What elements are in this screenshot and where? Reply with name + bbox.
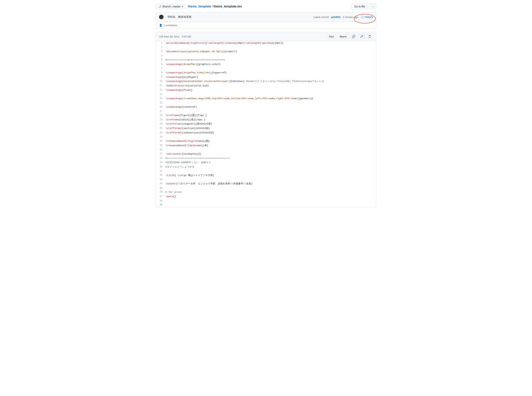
- line-number: 12: [156, 88, 166, 93]
- history-circle-container: 🕐 History: [360, 16, 373, 18]
- line-number: 5: [156, 58, 166, 62]
- table-row: 17: [156, 109, 376, 113]
- line-number: 3: [156, 49, 166, 54]
- contributor-bar: 👤 1 contributor: [156, 22, 376, 29]
- table-row: 37\date{}: [156, 195, 376, 199]
- line-number: 10: [156, 79, 166, 84]
- table-row: 13: [156, 93, 376, 97]
- line-code: \documentclass[uplatex,a4paper,10.5pt]{j…: [166, 49, 376, 54]
- repo-link[interactable]: thesis_template: [188, 5, 211, 8]
- line-number: 25: [156, 144, 166, 148]
- line-code: \providecommand{\tightlist}{\setlength{\…: [166, 41, 376, 46]
- copy-raw-button[interactable]: [350, 34, 357, 39]
- table-row: 29%目安15000-20000字くらい 頑張ろう: [156, 161, 376, 165]
- latest-commit-label: Latest commit: [313, 16, 329, 18]
- line-code: [166, 67, 376, 71]
- line-number: 20: [156, 122, 166, 126]
- line-code: \usepackage[dvipdfmx,hidelinks]{hyperref…: [166, 71, 376, 75]
- file-header: 129 lines (91 sloc) 4.97 KB Raw Blame: [156, 32, 376, 41]
- line-code: \setcounter{tocdepth}{2}: [166, 152, 376, 156]
- line-code: \addbibresource{sotsuron.bib}: [166, 84, 376, 88]
- line-code: [166, 148, 376, 152]
- table-row: 12\usepackage{float}: [156, 88, 376, 93]
- line-number: 33: [156, 178, 166, 182]
- file-size: 4.97 KB: [182, 35, 191, 38]
- line-number: 28: [156, 156, 166, 161]
- more-options-button[interactable]: ···: [370, 4, 376, 9]
- go-to-file-button[interactable]: Go to file: [351, 4, 368, 9]
- line-number: 11: [156, 84, 166, 88]
- branch-selector[interactable]: ⎇ Branch: master ▾: [156, 4, 186, 9]
- table-row: 27\setcounter{tocdepth}{2}: [156, 152, 376, 156]
- line-number: 21: [156, 126, 166, 131]
- line-code: %==============pre======================: [166, 58, 376, 62]
- code-table: LineCode 1\providecommand{\tightlist}{\s…: [156, 41, 376, 207]
- line-code: \usepackage{float}: [166, 88, 376, 93]
- file-viewer: 129 lines (91 sloc) 4.97 KB Raw Blame: [156, 32, 376, 207]
- delete-button[interactable]: [366, 34, 373, 39]
- line-number: 15: [156, 101, 166, 105]
- line-code: [166, 93, 376, 97]
- line-code: %目安15000-20000字くらい 頑張ろう: [166, 161, 376, 165]
- table-row: 21\crefformat{section}{#2#1#3節}: [156, 126, 376, 131]
- file-info: 129 lines (91 sloc) 4.97 KB: [159, 35, 191, 38]
- avatar: [159, 15, 164, 19]
- blame-button[interactable]: Blame: [338, 34, 349, 39]
- table-row: 23: [156, 135, 376, 139]
- table-row: 2: [156, 46, 376, 49]
- line-number: 14: [156, 97, 166, 101]
- table-row: 11\addbibresource{sotsuron.bib}: [156, 84, 376, 88]
- line-code: [166, 101, 376, 105]
- table-row: 16\usepackage{cleveref}: [156, 105, 376, 109]
- line-number: 36: [156, 190, 166, 195]
- table-row: 24\renewcommand{\figurename}{図}: [156, 139, 376, 144]
- line-code: \date{}: [166, 195, 376, 199]
- line-code: [166, 199, 376, 203]
- commit-left: 学科名、教授名変更: [159, 15, 191, 19]
- table-row: 34\author{\\ホリデー大学 エンジョイ学部 頑張れ学科\\学籍番号\\…: [156, 182, 376, 186]
- commit-hash-link[interactable]: ad18f15: [331, 16, 340, 18]
- table-row: 18\crefname{figure}{図}{figs.}: [156, 113, 376, 118]
- table-row: 9\usepackage{pxjahyper}: [156, 75, 376, 80]
- file-actions: Raw Blame: [327, 34, 373, 39]
- line-code: \usepackage{cleveref}: [166, 105, 376, 109]
- line-number: 37: [156, 195, 166, 199]
- raw-button[interactable]: Raw: [327, 34, 336, 39]
- table-row: 1\providecommand{\tightlist}{\setlength{…: [156, 41, 376, 46]
- line-number: 16: [156, 105, 166, 109]
- breadcrumb-sep: /: [212, 5, 213, 8]
- line-code: [166, 54, 376, 58]
- edit-button[interactable]: [359, 34, 365, 39]
- line-code: [166, 135, 376, 139]
- history-link[interactable]: 🕐 History: [360, 16, 373, 18]
- table-row: 8\usepackage[dvipdfmx,hidelinks]{hyperre…: [156, 71, 376, 75]
- line-number: 1: [156, 41, 166, 46]
- line-code: \renewcommand{\tablename}{表}: [166, 144, 376, 148]
- contributor-icon: 👤: [159, 24, 162, 27]
- line-number: 32: [156, 173, 166, 178]
- table-row: 28%=====================================…: [156, 156, 376, 161]
- line-number: 24: [156, 139, 166, 144]
- line-number: 9: [156, 75, 166, 80]
- branch-icon: ⎇: [158, 5, 161, 8]
- history-clock-icon: 🕐: [360, 16, 364, 18]
- line-code: %タイトルどうしようかな: [166, 165, 376, 169]
- line-number: 6: [156, 62, 166, 67]
- top-bar-left: ⎇ Branch: master ▾ thesis_template / the…: [156, 4, 242, 9]
- line-number: 19: [156, 118, 166, 122]
- line-number: 26: [156, 148, 166, 152]
- table-row: 19\crefname{table}{表}{tabs.}: [156, 118, 376, 122]
- chevron-down-icon: ▾: [182, 5, 183, 8]
- line-number: 4: [156, 54, 166, 58]
- table-row: 38: [156, 199, 376, 203]
- breadcrumb: thesis_template / thesis_template.tex: [188, 5, 242, 8]
- line-code: \crefformat{section}{#2#1#3節}: [166, 126, 376, 131]
- table-row: 35: [156, 186, 376, 190]
- top-bar-right: Go to file ···: [351, 4, 376, 9]
- line-number: 17: [156, 109, 166, 113]
- table-row: 22\crefformat{subsection}{#2#1#3項}: [156, 131, 376, 135]
- line-code: \crefformat{subsection}{#2#1#3項}: [166, 131, 376, 135]
- line-code: [166, 178, 376, 182]
- line-code: %=======================================…: [166, 156, 376, 161]
- table-row: 25\renewcommand{\tablename}{表}: [156, 144, 376, 148]
